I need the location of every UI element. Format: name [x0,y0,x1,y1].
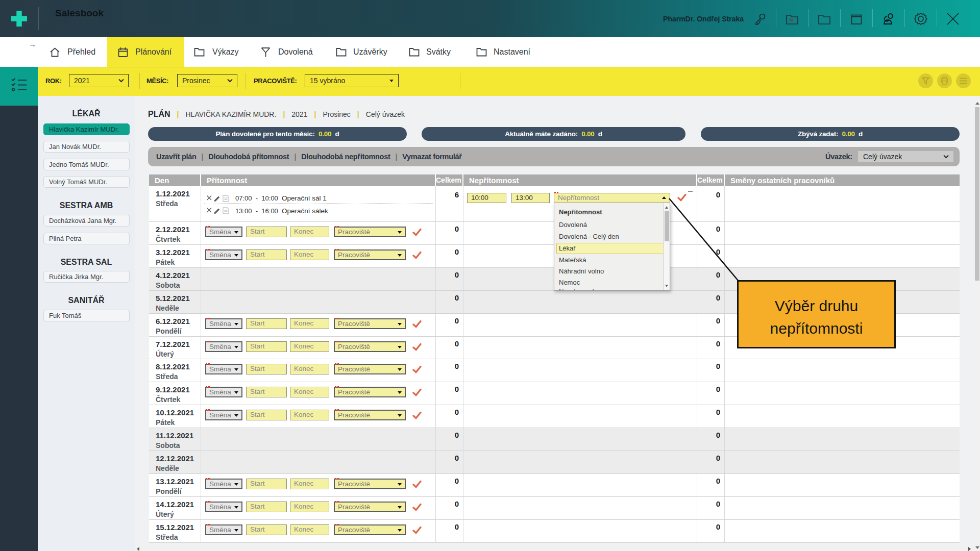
svg-text:N: N [790,17,793,22]
